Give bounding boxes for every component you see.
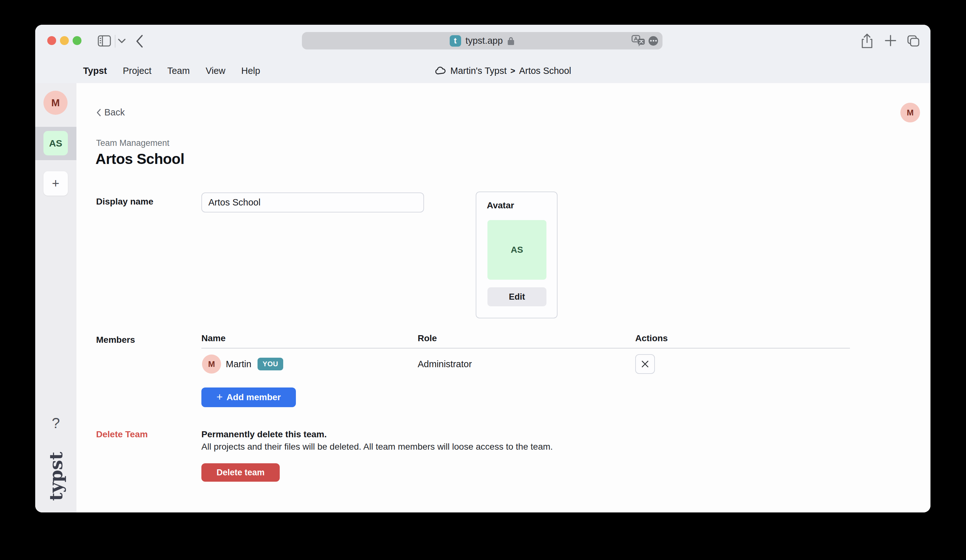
sidebar-team-avatar[interactable]: AS (43, 131, 68, 155)
menu-typst[interactable]: Typst (83, 66, 107, 76)
toolbar-divider (115, 35, 115, 48)
edit-avatar-button[interactable]: Edit (488, 287, 546, 306)
menu-project[interactable]: Project (123, 66, 151, 76)
chevron-left-icon (96, 108, 101, 117)
avatar-card-title: Avatar (487, 200, 514, 210)
breadcrumb: Martin's Typst > Artos School (435, 58, 571, 83)
help-button[interactable]: ? (35, 414, 76, 432)
more-options-icon[interactable] (649, 36, 658, 46)
menu-view[interactable]: View (205, 66, 225, 76)
page-title: Artos School (95, 150, 184, 168)
you-badge: YOU (258, 358, 283, 370)
url-text: typst.app (465, 36, 503, 46)
screenshot-stage: t typst.app (0, 0, 966, 560)
account-avatar[interactable]: M (900, 103, 920, 122)
breadcrumb-current: Artos School (519, 66, 571, 76)
add-member-button[interactable]: + Add member (201, 388, 296, 407)
team-management-page: Back M Team Management Artos School Disp… (76, 83, 930, 512)
menu-help[interactable]: Help (242, 66, 260, 76)
column-header-role: Role (418, 333, 437, 343)
minimize-window-button[interactable] (60, 36, 69, 45)
close-icon (641, 360, 649, 368)
translate-icon[interactable] (631, 35, 646, 47)
column-header-name: Name (201, 333, 225, 343)
workspace-sidebar: M AS + ? typst (35, 83, 76, 512)
close-window-button[interactable] (47, 36, 56, 45)
avatar-card: Avatar AS Edit (476, 192, 557, 319)
remove-member-button[interactable] (635, 354, 655, 374)
member-name: Martin (226, 359, 251, 370)
zoom-window-button[interactable] (72, 36, 82, 45)
display-name-label: Display name (96, 197, 153, 207)
delete-team-label: Delete Team (96, 429, 148, 440)
member-role: Administrator (418, 359, 472, 370)
display-name-input[interactable] (201, 192, 424, 212)
back-link[interactable]: Back (96, 107, 125, 118)
tab-overview-icon[interactable] (907, 35, 920, 47)
plus-icon: + (216, 391, 223, 403)
section-label: Team Management (96, 138, 169, 148)
cloud-icon (435, 67, 447, 75)
lock-icon (507, 36, 515, 46)
menu-team[interactable]: Team (167, 66, 190, 76)
breadcrumb-separator: > (510, 66, 515, 76)
back-label: Back (104, 107, 125, 118)
sidebar-toggle-icon[interactable] (98, 35, 111, 47)
site-favicon: t (450, 35, 461, 47)
chevron-down-icon[interactable] (118, 38, 126, 44)
address-bar-content: t typst.app (450, 35, 515, 47)
column-header-actions: Actions (635, 333, 668, 343)
team-avatar-preview: AS (488, 220, 546, 280)
member-avatar: M (202, 355, 221, 374)
breadcrumb-workspace[interactable]: Martin's Typst (450, 66, 506, 76)
members-label: Members (96, 335, 135, 345)
add-team-button[interactable]: + (43, 171, 68, 195)
sidebar-user-avatar[interactable]: M (43, 91, 67, 115)
browser-toolbar: t typst.app (35, 25, 930, 58)
delete-warning-title: Permanently delete this team. (201, 429, 327, 440)
back-arrow-icon[interactable] (135, 34, 144, 48)
delete-team-button[interactable]: Delete team (201, 463, 280, 482)
address-bar-trailing-icons (631, 32, 658, 49)
table-header-divider (201, 348, 850, 348)
browser-chrome: t typst.app (35, 25, 930, 83)
new-tab-icon[interactable] (884, 34, 897, 47)
address-bar[interactable]: t typst.app (302, 32, 662, 49)
share-icon[interactable] (861, 34, 873, 49)
delete-warning-body: All projects and their files will be del… (201, 442, 553, 452)
typst-logo: typst (35, 445, 76, 508)
browser-window: t typst.app (35, 25, 930, 512)
